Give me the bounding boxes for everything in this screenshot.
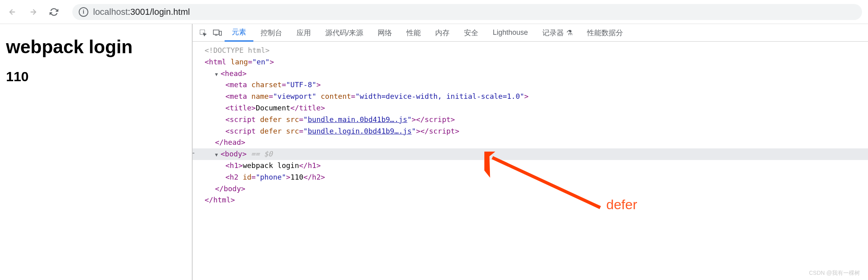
- page-heading: webpack login: [6, 36, 186, 58]
- address-bar[interactable]: i localhost:3001/login.html: [72, 4, 862, 20]
- phone-value: 110: [6, 69, 186, 84]
- line-script-login[interactable]: <script defer src="bundle.login.0bd41b9……: [193, 126, 868, 137]
- site-info-icon[interactable]: i: [79, 7, 88, 17]
- svg-rect-2: [219, 31, 222, 35]
- tab-elements[interactable]: 元素: [225, 24, 253, 42]
- reload-button[interactable]: [48, 6, 60, 18]
- device-toggle-icon[interactable]: [210, 26, 225, 40]
- line-meta-charset[interactable]: <meta charset="UTF-8">: [193, 79, 868, 91]
- page-content: webpack login 110: [0, 24, 192, 280]
- url-text: localhost:3001/login.html: [93, 7, 190, 17]
- tab-performance[interactable]: 性能: [399, 24, 428, 42]
- svg-rect-1: [213, 30, 219, 34]
- tab-recorder[interactable]: 记录器 ⚗: [535, 24, 580, 42]
- line-head-open[interactable]: ▼<head>: [193, 68, 868, 80]
- line-h1[interactable]: <h1>webpack login</h1>: [193, 160, 868, 172]
- watermark: CSDN @我有一棵树: [809, 270, 860, 277]
- devtools-tabs: 元素 控制台 应用 源代码/来源 网络 性能 内存 安全 Lighthouse …: [193, 24, 868, 42]
- tab-security[interactable]: 安全: [457, 24, 486, 42]
- tab-memory[interactable]: 内存: [428, 24, 457, 42]
- line-meta-viewport[interactable]: <meta name="viewport" content="width=dev…: [193, 91, 868, 102]
- line-head-close[interactable]: </head>: [193, 137, 868, 148]
- devtools-panel: 元素 控制台 应用 源代码/来源 网络 性能 内存 安全 Lighthouse …: [192, 24, 868, 280]
- content-wrapper: webpack login 110 元素 控制台 应用 源代码/来源 网络 性能…: [0, 24, 868, 280]
- tab-console[interactable]: 控制台: [253, 24, 289, 42]
- line-html-open[interactable]: <html lang="en">: [193, 56, 868, 68]
- line-body-close[interactable]: </body>: [193, 183, 868, 195]
- tab-application[interactable]: 应用: [289, 24, 318, 42]
- tab-lighthouse[interactable]: Lighthouse: [486, 24, 535, 42]
- tab-sources[interactable]: 源代码/来源: [318, 24, 370, 42]
- line-doctype[interactable]: <!DOCTYPE html>: [193, 45, 868, 56]
- browser-toolbar: i localhost:3001/login.html: [0, 0, 868, 24]
- line-body-open[interactable]: ▼<body> == $0: [193, 148, 868, 160]
- annotation-label: defer: [606, 194, 637, 215]
- tab-network[interactable]: 网络: [370, 24, 399, 42]
- elements-tree[interactable]: <!DOCTYPE html> <html lang="en"> ▼<head>…: [193, 42, 868, 280]
- inspect-icon[interactable]: [196, 26, 210, 40]
- line-h2[interactable]: <h2 id="phone">110</h2>: [193, 172, 868, 183]
- line-script-main[interactable]: <script defer src="bundle.main.0bd41b9….…: [193, 114, 868, 126]
- back-button[interactable]: [6, 6, 19, 18]
- tab-perf-insights[interactable]: 性能数据分: [580, 24, 630, 42]
- line-title[interactable]: <title>Document</title>: [193, 102, 868, 114]
- forward-button[interactable]: [27, 6, 40, 18]
- line-html-close[interactable]: </html>: [193, 194, 868, 206]
- flask-icon: ⚗: [566, 28, 573, 37]
